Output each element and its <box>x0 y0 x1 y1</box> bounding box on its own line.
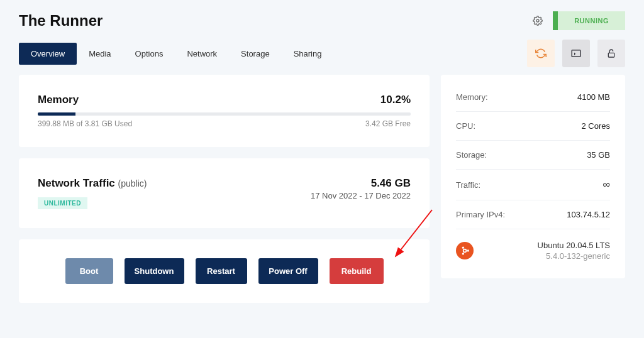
traffic-value: 5.46 GB <box>311 177 411 190</box>
status-badge: RUNNING <box>553 11 625 30</box>
refresh-icon[interactable] <box>527 40 555 67</box>
tab-network[interactable]: Network <box>175 43 229 65</box>
tab-options[interactable]: Options <box>123 43 175 65</box>
actions-card: Boot Shutdown Restart Power Off Rebuild <box>19 239 430 303</box>
spec-traffic-value: ∞ <box>603 179 610 190</box>
tabs: Overview Media Options Network Storage S… <box>19 43 333 65</box>
spec-traffic-label: Traffic: <box>456 180 480 190</box>
svg-point-8 <box>462 253 464 254</box>
os-kernel: 5.4.0-132-generic <box>482 251 610 261</box>
lock-icon[interactable] <box>597 40 625 67</box>
svg-rect-2 <box>608 53 614 57</box>
poweroff-button[interactable]: Power Off <box>258 258 318 284</box>
memory-label: Memory <box>38 94 79 106</box>
spec-ipv4-label: Primary IPv4: <box>456 210 505 219</box>
memory-used: 399.88 MB of 3.81 GB Used <box>38 119 132 128</box>
specs-card: Memory: 4100 MB CPU: 2 Cores Storage: 35… <box>441 75 625 278</box>
spec-storage-value: 35 GB <box>587 150 610 160</box>
shutdown-button[interactable]: Shutdown <box>125 258 184 284</box>
tab-storage[interactable]: Storage <box>229 43 282 65</box>
spec-cpu-value: 2 Cores <box>581 121 610 131</box>
memory-card: Memory 10.2% 399.88 MB of 3.81 GB Used 3… <box>19 75 430 147</box>
svg-point-6 <box>467 249 469 251</box>
spec-memory-label: Memory: <box>456 92 488 102</box>
os-name: Ubuntu 20.04.5 LTS <box>482 241 610 250</box>
memory-percent: 10.2% <box>380 94 411 106</box>
svg-point-0 <box>536 19 539 22</box>
gear-icon[interactable] <box>533 16 543 26</box>
svg-point-7 <box>462 246 464 248</box>
tab-sharing[interactable]: Sharing <box>282 43 334 65</box>
unlimited-badge: UNLIMITED <box>38 197 87 209</box>
boot-button[interactable]: Boot <box>65 258 113 284</box>
spec-storage-label: Storage: <box>456 150 487 160</box>
memory-bar <box>38 112 411 116</box>
spec-memory-value: 4100 MB <box>577 92 610 102</box>
rebuild-button[interactable]: Rebuild <box>330 258 384 284</box>
page-title: The Runner <box>19 12 103 30</box>
tab-overview[interactable]: Overview <box>19 43 77 65</box>
ubuntu-icon <box>456 242 474 259</box>
svg-point-5 <box>464 249 467 253</box>
tab-media[interactable]: Media <box>77 43 123 65</box>
spec-cpu-label: CPU: <box>456 121 475 131</box>
traffic-title: Network Traffic (public) <box>38 177 147 190</box>
console-icon[interactable] <box>562 40 590 67</box>
svg-rect-1 <box>572 50 580 57</box>
traffic-dates: 17 Nov 2022 - 17 Dec 2022 <box>311 191 411 200</box>
spec-ipv4-value: 103.74.5.12 <box>567 210 610 219</box>
traffic-card: Network Traffic (public) UNLIMITED 5.46 … <box>19 158 430 228</box>
restart-button[interactable]: Restart <box>196 258 247 284</box>
memory-free: 3.42 GB Free <box>365 119 411 128</box>
